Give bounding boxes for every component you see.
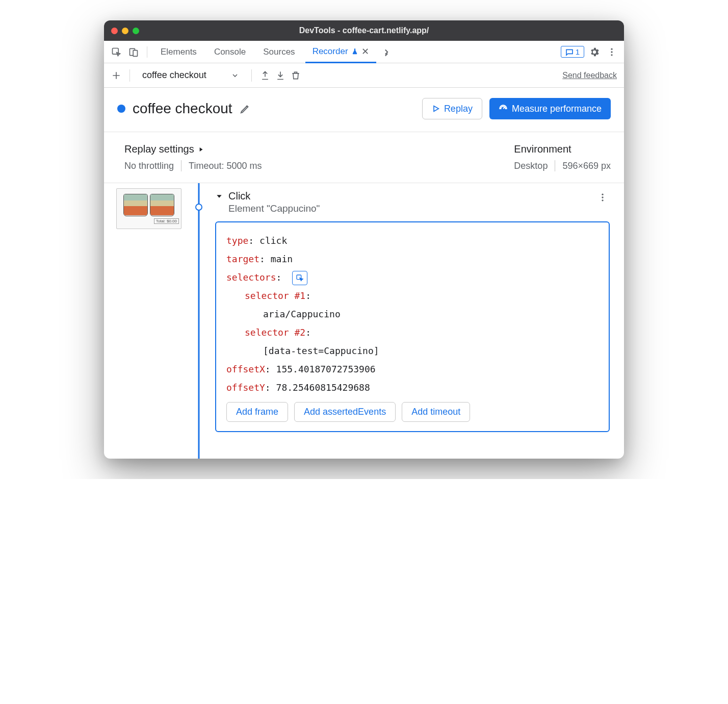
more-tabs-icon[interactable]	[379, 45, 394, 59]
collapse-icon[interactable]	[215, 192, 223, 200]
recording-title: coffee checkout	[133, 100, 232, 117]
measure-label: Measure performance	[512, 104, 602, 114]
step-details: type: click target: main selectors: sele…	[215, 221, 610, 432]
step-subtitle: Element "Cappucino"	[228, 203, 320, 214]
timeline	[188, 183, 210, 459]
offsetx-key: offsetX	[226, 364, 265, 374]
device-value: Desktop	[514, 161, 548, 171]
close-tab-icon[interactable]: ✕	[361, 46, 369, 57]
selector2-value: [data-test=Cappucino]	[226, 342, 599, 360]
tab-elements[interactable]: Elements	[153, 41, 204, 63]
selector1-value: aria/Cappucino	[226, 305, 599, 323]
replay-label: Replay	[444, 104, 473, 114]
issues-count: 1	[576, 47, 580, 56]
recording-name: coffee checkout	[142, 70, 206, 81]
svg-point-3	[611, 48, 612, 49]
settings-gear-icon[interactable]	[587, 45, 602, 59]
timeline-point	[195, 204, 202, 211]
selectors-key: selectors	[226, 272, 276, 283]
target-value: main	[271, 254, 293, 264]
device-toolbar-icon[interactable]	[126, 45, 141, 59]
offsety-value: 78.25460815429688	[276, 382, 370, 393]
recording-selector[interactable]: coffee checkout	[138, 70, 243, 81]
minimize-window-button[interactable]	[122, 28, 128, 34]
new-recording-button[interactable]	[111, 70, 121, 81]
thumb-price: Total: $0.00	[154, 218, 179, 224]
divider	[129, 69, 130, 82]
chevron-down-icon	[231, 71, 239, 80]
environment-col: Environment Desktop 596×669 px	[514, 143, 611, 171]
svg-rect-2	[133, 50, 137, 56]
window-title: DevTools - coffee-cart.netlify.app/	[104, 26, 624, 35]
add-timeout-button[interactable]: Add timeout	[402, 402, 470, 422]
svg-point-7	[602, 196, 603, 198]
tab-console[interactable]: Console	[207, 41, 253, 63]
status-dot	[117, 105, 125, 113]
step-more-icon[interactable]	[595, 190, 610, 205]
replay-button[interactable]: Replay	[422, 98, 482, 119]
divider	[555, 160, 555, 171]
tab-recorder[interactable]: Recorder ✕	[305, 41, 376, 63]
settings-row: Replay settings No throttling Timeout: 5…	[104, 132, 624, 183]
divider	[147, 46, 147, 58]
devtools-window: DevTools - coffee-cart.netlify.app/ Elem…	[104, 20, 624, 459]
element-picker-icon[interactable]	[292, 271, 307, 285]
step-title: Click	[228, 190, 320, 202]
tab-recorder-label: Recorder	[313, 46, 348, 57]
throttling-value: No throttling	[124, 161, 174, 171]
zoom-window-button[interactable]	[133, 28, 139, 34]
target-key: target	[226, 254, 259, 264]
timeout-value: Timeout: 5000 ms	[189, 161, 262, 171]
offsetx-value: 155.40187072753906	[276, 364, 376, 374]
flask-icon	[351, 48, 358, 55]
replay-settings-col: Replay settings No throttling Timeout: 5…	[124, 143, 262, 171]
import-icon[interactable]	[275, 70, 285, 81]
add-asserted-events-button[interactable]: Add assertedEvents	[294, 402, 396, 422]
svg-point-4	[611, 51, 612, 53]
thumbnail-column: Total: $0.00	[116, 183, 188, 459]
step-actions: Add frame Add assertedEvents Add timeout	[226, 402, 599, 422]
close-window-button[interactable]	[111, 28, 118, 34]
svg-point-6	[602, 194, 603, 195]
svg-rect-0	[113, 48, 119, 54]
add-frame-button[interactable]: Add frame	[226, 402, 288, 422]
steps-area: Total: $0.00 Click Element "Cappucino"	[104, 183, 624, 459]
tab-bar: Elements Console Sources Recorder ✕ 1	[104, 41, 624, 63]
svg-point-5	[611, 54, 612, 56]
issues-chip[interactable]: 1	[561, 46, 584, 58]
step-thumbnail[interactable]: Total: $0.00	[116, 188, 181, 229]
send-feedback-link[interactable]: Send feedback	[562, 71, 617, 80]
inspect-element-icon[interactable]	[109, 45, 123, 59]
replay-settings-heading[interactable]: Replay settings	[124, 143, 262, 155]
export-icon[interactable]	[260, 70, 270, 81]
measure-performance-button[interactable]: Measure performance	[489, 98, 611, 119]
selector1-key: selector #1	[245, 290, 305, 301]
edit-title-icon[interactable]	[240, 103, 251, 114]
delete-icon[interactable]	[291, 70, 301, 81]
tab-sources[interactable]: Sources	[256, 41, 302, 63]
dimensions-value: 596×669 px	[562, 161, 611, 171]
type-key: type	[226, 235, 248, 246]
svg-point-8	[602, 199, 603, 201]
step-header: Click Element "Cappucino"	[215, 190, 610, 214]
offsety-key: offsetY	[226, 382, 265, 393]
titlebar: DevTools - coffee-cart.netlify.app/	[104, 20, 624, 41]
divider	[181, 160, 181, 171]
recorder-toolbar: coffee checkout Send feedback	[104, 63, 624, 88]
recording-header: coffee checkout Replay Measure performan…	[104, 88, 624, 132]
environment-heading: Environment	[514, 143, 611, 155]
step-content: Click Element "Cappucino" type: click ta…	[210, 183, 624, 459]
type-value: click	[259, 235, 287, 246]
divider	[251, 69, 252, 82]
selector2-key: selector #2	[245, 327, 305, 338]
kebab-menu-icon[interactable]	[605, 45, 619, 59]
traffic-lights	[111, 28, 139, 34]
